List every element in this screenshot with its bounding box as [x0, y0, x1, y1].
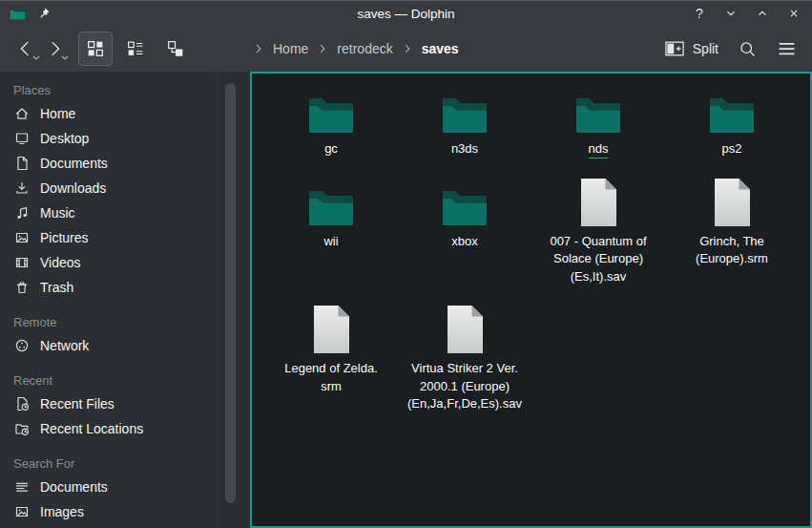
sidebar-item-trash[interactable]: Trash [0, 275, 250, 300]
details-view-icon [125, 38, 146, 59]
image-icon [14, 230, 30, 245]
maximize-button[interactable] [754, 5, 771, 22]
network-icon [14, 338, 30, 353]
folder-icon [441, 187, 489, 227]
sidebar-item-documents[interactable]: Documents [0, 151, 250, 176]
help-button[interactable]: ? [691, 5, 708, 22]
split-button[interactable]: Split [664, 39, 718, 58]
video-icon [14, 255, 30, 270]
files-grid: gc n3ds nds ps2 wii xbox 007 - Quantum o… [252, 74, 810, 429]
folder-icon [441, 95, 489, 135]
sidebar-item-videos[interactable]: Videos [0, 250, 250, 275]
sidebar-item-network[interactable]: Network [0, 333, 250, 358]
forward-button[interactable] [40, 32, 69, 65]
folder-item-n3ds[interactable]: n3ds [398, 81, 531, 174]
view-details-button[interactable] [118, 32, 153, 66]
breadcrumb-home[interactable]: Home [267, 39, 314, 58]
search-icon [738, 39, 758, 59]
file-name: gc [324, 140, 338, 158]
app-folder-icon [10, 7, 26, 20]
view-tree-button[interactable] [158, 32, 193, 66]
sidebar-item-documents[interactable]: Documents [0, 475, 250, 499]
file-name: Legend of Zelda. srm [284, 360, 378, 395]
sidebar-item-images[interactable]: Images [0, 499, 250, 524]
sidebar-item-label: Desktop [40, 131, 89, 146]
tree-view-icon [165, 38, 186, 59]
breadcrumb-retrodeck[interactable]: retrodeck [331, 39, 398, 58]
sidebar-item-music[interactable]: Music [0, 201, 250, 225]
file-icon [711, 178, 753, 227]
trash-icon [14, 280, 30, 295]
view-icons-button[interactable] [78, 32, 113, 66]
file-name: wii [323, 233, 338, 251]
file-name: n3ds [451, 140, 478, 158]
file-icon [577, 178, 619, 227]
sidebar-section-recent: Recent Recent Files Recent Locations [0, 370, 250, 441]
back-dropdown-caret [32, 49, 40, 63]
split-icon [664, 39, 685, 58]
file-item-virtua-striker-2-ver-2000-1-europe-en-ja-fr-de-es-sav[interactable]: Virtua Striker 2 Ver. 2000.1 (Europe) (E… [398, 301, 531, 429]
close-button[interactable] [785, 5, 802, 22]
music-icon [14, 205, 30, 221]
sidebar-section-label: Search For [0, 453, 250, 475]
breadcrumb-chevron-icon [252, 42, 265, 55]
sidebar-item-label: Recent Locations [40, 421, 143, 436]
sidebar-item-label: Documents [40, 479, 108, 495]
sidebar-item-label: Videos [40, 255, 81, 270]
desktop-icon [14, 131, 30, 146]
sidebar-item-home[interactable]: Home [0, 101, 250, 126]
sidebar-scrollbar[interactable] [225, 83, 236, 503]
folder-item-nds[interactable]: nds [531, 81, 665, 174]
image-icon [14, 504, 30, 519]
sidebar-item-pictures[interactable]: Pictures [0, 225, 250, 250]
back-button[interactable] [11, 32, 40, 65]
sidebar-item-label: Documents [40, 156, 108, 171]
minimize-button[interactable] [722, 5, 739, 22]
sidebar-item-label: Recent Files [40, 396, 115, 412]
sidebar-item-desktop[interactable]: Desktop [0, 126, 250, 151]
folder-icon [307, 95, 355, 135]
dolphin-window: saves — Dolphin ? [0, 0, 812, 528]
sidebar-item-recent-files[interactable]: Recent Files [0, 391, 250, 416]
menu-button[interactable] [777, 40, 797, 57]
folder-icon [708, 95, 756, 135]
sidebar-item-label: Images [40, 504, 84, 519]
breadcrumb: Homeretrodecksaves [252, 39, 664, 58]
panel-divider [218, 72, 219, 528]
sidebar-item-label: Network [40, 338, 89, 353]
sidebar-sections: Places Home Desktop Documents Downloads … [0, 79, 250, 528]
toolbar: Homeretrodecksaves Split [0, 26, 812, 72]
file-item-007-quantum-of-solace-europe-es-it-sav[interactable]: 007 - Quantum of Solace (Europe) (Es,It)… [531, 174, 665, 302]
file-icon [310, 305, 352, 354]
sidebar-item-label: Music [40, 205, 75, 221]
titlebar: saves — Dolphin ? [0, 0, 812, 26]
sidebar-item-label: Trash [40, 280, 73, 295]
folder-icon [574, 95, 622, 135]
document-icon [14, 156, 30, 171]
folder-item-wii[interactable]: wii [264, 174, 398, 302]
sidebar-item-label: Pictures [40, 230, 89, 245]
sidebar-item-downloads[interactable]: Downloads [0, 176, 250, 201]
places-panel: Places Home Desktop Documents Downloads … [0, 72, 250, 528]
file-name: nds [589, 140, 609, 158]
folder-item-ps2[interactable]: ps2 [665, 81, 799, 174]
file-item-grinch-the-europe-srm[interactable]: Grinch, The (Europe).srm [665, 174, 799, 302]
file-icon [444, 305, 486, 354]
sidebar-item-label: Home [40, 106, 75, 121]
sidebar-section-remote: Remote Network [0, 311, 250, 358]
breadcrumb-saves[interactable]: saves [416, 39, 465, 58]
download-icon [14, 180, 30, 196]
pin-icon[interactable] [37, 7, 51, 20]
sidebar-section-label: Places [0, 79, 250, 101]
search-button[interactable] [738, 39, 758, 59]
home-icon [14, 106, 30, 121]
folder-item-gc[interactable]: gc [264, 81, 398, 174]
forward-dropdown-caret [61, 49, 69, 63]
file-name: 007 - Quantum of Solace (Europe) (Es,It)… [550, 233, 646, 286]
sidebar-item-audio[interactable]: Audio [0, 524, 250, 528]
folder-item-xbox[interactable]: xbox [398, 174, 531, 302]
file-name: Grinch, The (Europe).srm [696, 233, 768, 268]
file-item-legend-of-zelda-srm[interactable]: Legend of Zelda. srm [264, 301, 398, 429]
folder-view[interactable]: gc n3ds nds ps2 wii xbox 007 - Quantum o… [250, 72, 812, 528]
sidebar-item-recent-locations[interactable]: Recent Locations [0, 416, 250, 441]
